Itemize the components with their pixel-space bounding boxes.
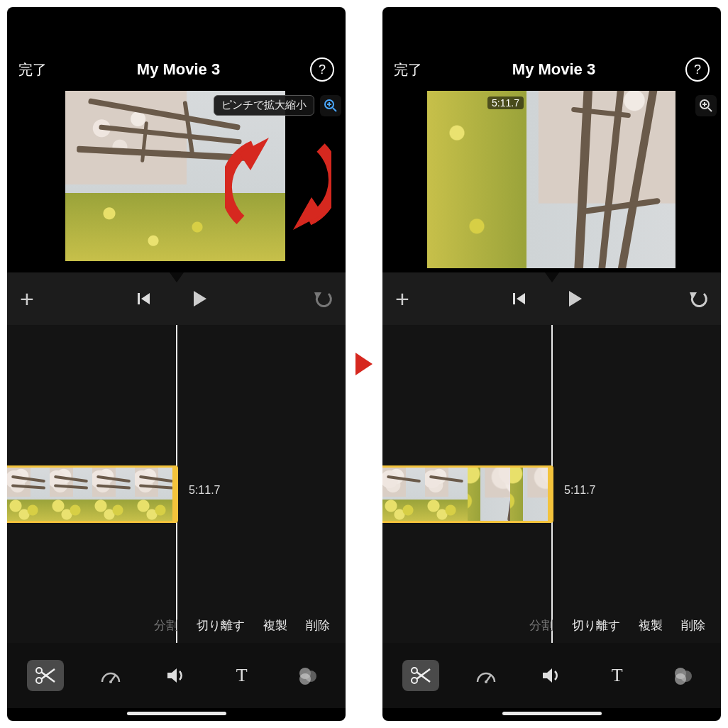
svg-point-40 [675, 673, 686, 685]
volume-tool[interactable] [533, 660, 570, 691]
svg-point-20 [299, 673, 311, 685]
timeline[interactable]: 5:11.7 分割 切り離す 複製 削除 [382, 325, 721, 643]
filter-tool[interactable] [664, 660, 701, 691]
undo-icon [688, 289, 708, 308]
video-clip[interactable] [7, 465, 176, 523]
add-media-button[interactable]: + [20, 285, 34, 313]
add-media-button[interactable]: + [395, 285, 409, 313]
home-indicator[interactable] [127, 712, 226, 715]
speedometer-icon [475, 666, 497, 685]
play-icon [565, 289, 585, 309]
svg-marker-7 [141, 293, 150, 304]
video-preview[interactable]: 5:11.7 [382, 91, 721, 272]
playhead-marker-icon [545, 272, 559, 282]
duplicate-action[interactable]: 複製 [263, 617, 287, 634]
transition-arrow-icon [354, 351, 374, 377]
svg-marker-30 [545, 272, 559, 282]
duplicate-action[interactable]: 複製 [639, 617, 663, 634]
magnifier-plus-icon [699, 99, 713, 113]
svg-marker-27 [517, 293, 525, 304]
clip-trim-handle[interactable] [548, 465, 553, 523]
svg-marker-9 [314, 292, 321, 299]
filter-circles-icon [672, 666, 693, 685]
split-action[interactable]: 分割 [529, 617, 553, 634]
edit-actions-row: 分割 切り離す 複製 削除 [382, 607, 721, 643]
project-title: My Movie 3 [137, 60, 220, 79]
bottom-toolbar: T [382, 643, 721, 708]
timeline[interactable]: 5:11.7 分割 切り離す 複製 削除 [7, 325, 346, 643]
scissors-tool[interactable] [27, 660, 64, 691]
svg-marker-37 [543, 668, 552, 683]
detach-action[interactable]: 切り離す [572, 617, 620, 634]
scissors-icon [35, 666, 56, 685]
undo-button[interactable] [313, 289, 333, 308]
clip-duration-label: 5:11.7 [564, 484, 595, 497]
undo-button[interactable] [688, 289, 708, 308]
zoom-button[interactable] [695, 95, 717, 116]
preview-frame [385, 91, 718, 268]
top-bar: 完了 My Movie 3 ? [382, 48, 721, 91]
done-button[interactable]: 完了 [18, 60, 47, 79]
svg-marker-8 [194, 291, 206, 307]
clip-trim-handle[interactable] [172, 465, 178, 523]
undo-icon [313, 289, 333, 308]
svg-marker-17 [167, 668, 177, 683]
skip-back-icon [511, 290, 528, 307]
skip-back-icon [136, 290, 153, 307]
speaker-icon [541, 666, 562, 685]
svg-marker-10 [170, 272, 184, 282]
playhead-marker-icon [170, 272, 184, 282]
scissors-tool[interactable] [402, 660, 439, 691]
svg-marker-29 [690, 292, 697, 299]
text-icon: T [612, 665, 623, 686]
text-tool[interactable]: T [599, 660, 636, 691]
filter-circles-icon [297, 666, 318, 685]
zoom-button[interactable] [320, 95, 341, 116]
phone-screen-after: 完了 My Movie 3 ? 5:1 [382, 7, 721, 721]
transport-controls: + [382, 272, 721, 325]
speed-tool[interactable] [92, 660, 129, 691]
help-button[interactable]: ? [310, 57, 334, 82]
video-clip[interactable] [382, 465, 551, 523]
svg-marker-28 [569, 291, 582, 307]
svg-marker-5 [239, 138, 269, 170]
speedometer-icon [100, 666, 121, 685]
top-bar: 完了 My Movie 3 ? [7, 48, 346, 91]
svg-point-16 [109, 680, 112, 683]
svg-marker-21 [355, 353, 373, 375]
play-button[interactable] [189, 289, 209, 309]
skip-to-start-button[interactable] [511, 290, 528, 307]
speed-tool[interactable] [468, 660, 504, 691]
delete-action[interactable]: 削除 [681, 617, 705, 634]
text-icon: T [236, 665, 248, 686]
clip-duration-label: 5:11.7 [189, 484, 220, 497]
play-button[interactable] [565, 289, 585, 309]
delete-action[interactable]: 削除 [306, 617, 330, 634]
svg-rect-6 [138, 293, 140, 304]
svg-rect-26 [513, 293, 515, 304]
pinch-zoom-tooltip: ピンチで拡大縮小 [214, 95, 314, 116]
phone-screen-before: 完了 My Movie 3 ? ピンチ [7, 7, 346, 721]
done-button[interactable]: 完了 [394, 60, 422, 79]
svg-line-1 [333, 108, 336, 111]
svg-point-36 [485, 680, 487, 683]
volume-tool[interactable] [158, 660, 194, 691]
project-title: My Movie 3 [512, 60, 595, 79]
play-icon [189, 289, 209, 309]
split-action[interactable]: 分割 [154, 617, 178, 634]
skip-to-start-button[interactable] [136, 290, 153, 307]
transport-controls: + [7, 272, 346, 325]
detach-action[interactable]: 切り離す [197, 617, 245, 634]
edit-actions-row: 分割 切り離す 複製 削除 [7, 607, 346, 643]
text-tool[interactable]: T [224, 660, 260, 691]
bottom-toolbar: T [7, 643, 346, 708]
svg-line-23 [708, 108, 712, 111]
filter-tool[interactable] [289, 660, 326, 691]
rotate-gesture-annotation [225, 126, 331, 240]
speaker-icon [165, 666, 187, 685]
magnifier-plus-icon [324, 99, 338, 113]
home-indicator[interactable] [502, 712, 602, 715]
video-preview[interactable]: ピンチで拡大縮小 [7, 91, 346, 272]
help-button[interactable]: ? [685, 57, 710, 82]
preview-time-badge: 5:11.7 [487, 96, 524, 109]
